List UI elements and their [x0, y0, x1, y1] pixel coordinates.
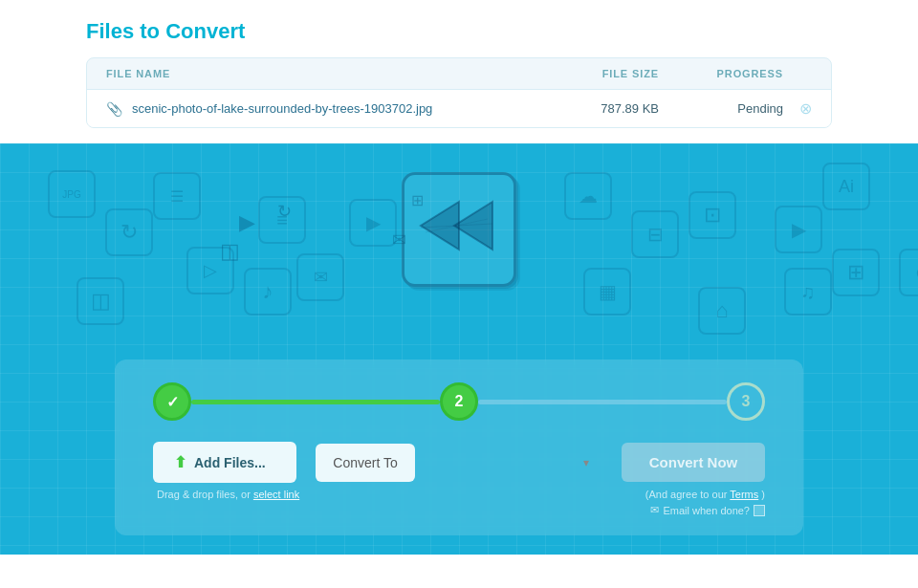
sketch-box: [402, 172, 516, 287]
add-files-button[interactable]: ⬆ Add Files...: [153, 442, 296, 483]
email-checkbox[interactable]: [754, 505, 765, 516]
terms-hint-area: (And agree to our Terms ) ✉ Email when d…: [622, 483, 765, 516]
convert-to-wrapper: Convert To JPG PNG PDF MP4 MP3: [316, 444, 602, 482]
table-header: FILE NAME FILE SIZE PROGRESS: [87, 58, 831, 90]
email-label: Email when done?: [663, 505, 750, 516]
hints-row: Drag & drop files, or select link (And a…: [153, 483, 765, 516]
remove-file-button[interactable]: ⊗: [783, 99, 812, 118]
email-icon: ✉: [650, 504, 659, 516]
fly-icon-3: ⊞: [411, 191, 424, 209]
blue-section: JPG↻▷≡✉▶☰◫♪Ai▶⊞♫⊡⊙⌂☁⊟▦ ▶ ✉ ⊞ ◫ ↻: [0, 143, 918, 555]
convert-now-button[interactable]: Convert Now: [622, 443, 765, 482]
fly-icon-5: ↻: [277, 201, 292, 222]
drag-hint: Drag & drop files, or select link: [153, 489, 387, 500]
steps-bar: ✓ 2 3: [153, 382, 765, 421]
select-link[interactable]: select link: [253, 489, 299, 500]
file-name: scenic-photo-of-lake-surrounded-by-trees…: [132, 101, 544, 116]
bg-icon-17: ⊟: [631, 210, 679, 258]
col-name-header: FILE NAME: [106, 68, 544, 79]
email-row: ✉ Email when done?: [650, 504, 765, 516]
step-line-1: [191, 400, 440, 404]
convert-to-select[interactable]: Convert To JPG PNG PDF MP4 MP3: [316, 444, 415, 482]
step-3-circle: 3: [727, 382, 765, 421]
col-progress-header: PROGRESS: [659, 68, 812, 79]
step-line-2: [478, 400, 727, 404]
step-1-circle: ✓: [153, 382, 191, 421]
bg-icon-14: ⊙: [899, 249, 918, 296]
bg-icon-15: ⌂: [698, 287, 746, 335]
bg-icon-10: ▶: [775, 206, 822, 253]
bg-icon-8: ♪: [244, 268, 292, 316]
bg-icon-9: Ai: [822, 163, 870, 210]
file-size: 787.89 KB: [544, 101, 659, 116]
bg-icon-13: ⊡: [688, 191, 736, 239]
terms-hint: (And agree to our Terms ): [645, 489, 765, 500]
top-section: Files to Convert FILE NAME FILE SIZE PRO…: [0, 0, 918, 143]
step-2-circle: 2: [440, 382, 478, 421]
center-illustration: ▶ ✉ ⊞ ◫ ↻: [316, 172, 602, 287]
bg-icon-0: JPG: [48, 170, 96, 218]
drag-hint-area: Drag & drop files, or select link: [153, 483, 387, 500]
fly-icon-1: ▶: [239, 210, 255, 235]
fly-icon-4: ◫: [220, 239, 240, 264]
bg-icon-11: ⊞: [832, 249, 880, 296]
page-title: Files to Convert: [86, 19, 832, 44]
bg-icon-1: ↻: [105, 208, 153, 256]
bg-icon-7: ◫: [76, 277, 124, 325]
bg-icon-12: ♫: [784, 268, 832, 316]
file-progress: Pending: [659, 101, 783, 116]
bottom-panel: ✓ 2 3 ⬆ Add Files... Convert To JPG PNG: [115, 359, 803, 535]
col-size-header: FILE SIZE: [544, 68, 659, 79]
action-row: ⬆ Add Files... Convert To JPG PNG PDF MP…: [153, 442, 765, 483]
table-row: 📎 scenic-photo-of-lake-surrounded-by-tre…: [87, 90, 831, 127]
bg-icon-6: ☰: [153, 172, 201, 220]
terms-link[interactable]: Terms: [730, 489, 758, 500]
fly-icon-2: ✉: [392, 229, 406, 250]
upload-icon: ⬆: [174, 453, 186, 471]
file-table: FILE NAME FILE SIZE PROGRESS 📎 scenic-ph…: [86, 57, 832, 128]
sketch-arrows: [416, 192, 502, 267]
attachment-icon: 📎: [106, 101, 122, 117]
